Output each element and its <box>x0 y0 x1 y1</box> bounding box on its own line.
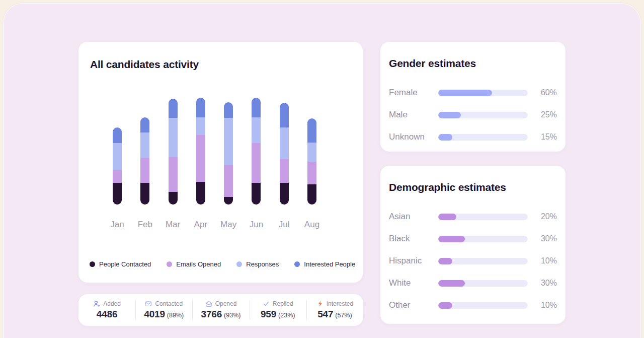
bar-segment-emails-opened <box>280 159 289 183</box>
gender-card-title: Gender estimates <box>389 57 557 70</box>
stat-contacted: Contacted4019(89%) <box>135 294 192 326</box>
legend-label-responses: Responses <box>246 260 279 268</box>
gender-rows: Female60%Male25%Unknown15% <box>389 82 557 148</box>
bar-segment-interested-people <box>140 117 149 132</box>
mail-icon <box>145 300 152 307</box>
legend-dot-responses <box>236 261 242 267</box>
bar-segment-responses <box>196 117 205 135</box>
bar-segment-emails-opened <box>252 143 261 183</box>
stat-replied: Replied959(23%) <box>250 294 306 326</box>
stat-value-opened: 3766 <box>201 309 222 320</box>
month-label-mar: Mar <box>166 220 180 230</box>
month-cell-mar: Mar <box>169 220 178 230</box>
stat-header-replied: Replied <box>263 300 293 307</box>
bar-segment-interested-people <box>252 98 261 117</box>
month-cell-jun: Jun <box>252 220 261 230</box>
stat-label-opened: Opened <box>215 300 237 307</box>
bar-segment-emails-opened <box>169 157 178 192</box>
progress-track-male <box>438 112 528 118</box>
month-cell-may: May <box>224 220 233 230</box>
bar-segment-responses <box>252 117 261 143</box>
bar-column-feb <box>140 117 149 205</box>
bar-segment-interested-people <box>307 118 316 143</box>
stat-figures-replied: 959(23%) <box>261 309 295 320</box>
bar-segment-responses <box>140 132 149 158</box>
activity-card: All candidates activity JanFebMarAprMayJ… <box>78 42 363 283</box>
bar-column-aug <box>307 118 316 205</box>
month-axis: JanFebMarAprMayJunJulAug <box>113 220 316 230</box>
progress-track-white <box>438 280 528 287</box>
bar-segment-responses <box>307 143 316 162</box>
bar-column-jan <box>113 127 122 205</box>
stat-label-interested: Interested <box>327 300 353 307</box>
progress-value-black: 30% <box>528 234 557 243</box>
progress-fill-male <box>438 112 461 118</box>
month-label-aug: Aug <box>304 220 319 230</box>
bar-segment-people-contacted <box>280 183 289 205</box>
progress-row-asian: Asian20% <box>389 206 557 228</box>
bar-segment-interested-people <box>113 127 122 143</box>
bar-column-jun <box>252 98 261 205</box>
bar-segment-emails-opened <box>113 170 122 183</box>
stat-opened: Opened3766(93%) <box>192 294 249 326</box>
progress-track-black <box>438 236 528 242</box>
stat-figures-opened: 3766(93%) <box>201 309 241 320</box>
progress-fill-white <box>438 280 465 287</box>
progress-value-unknown: 15% <box>528 132 557 142</box>
bar-columns <box>113 98 316 205</box>
bar-segment-people-contacted <box>252 183 261 205</box>
progress-label-male: Male <box>389 110 438 120</box>
demographics-card: Demographic estimates Asian20%Black30%Hi… <box>380 166 566 324</box>
stat-header-contacted: Contacted <box>145 300 183 307</box>
bar-segment-people-contacted <box>113 183 122 205</box>
legend-item-interested-people[interactable]: Interested People <box>294 260 355 268</box>
bar-segment-responses <box>224 118 233 165</box>
stacked-bar-mar <box>169 99 178 205</box>
gender-card: Gender estimates Female60%Male25%Unknown… <box>380 42 566 152</box>
progress-row-other: Other10% <box>389 294 557 316</box>
demographics-rows: Asian20%Black30%Hispanic10%White30%Other… <box>389 206 557 316</box>
progress-fill-black <box>438 236 465 242</box>
stacked-bar-may <box>224 102 233 205</box>
bar-segment-interested-people <box>224 102 233 118</box>
stat-percent-interested: (57%) <box>335 312 352 319</box>
bar-segment-people-contacted <box>169 192 178 205</box>
stacked-bar-jun <box>252 98 261 205</box>
stacked-bar-apr <box>196 98 205 205</box>
activity-card-title: All candidates activity <box>90 58 351 71</box>
legend-dot-interested-people <box>294 261 300 267</box>
stacked-bar-jul <box>280 103 289 205</box>
bar-segment-people-contacted <box>196 182 205 205</box>
chart-legend: People ContactedEmails OpenedResponsesIn… <box>90 260 355 268</box>
progress-fill-female <box>438 90 492 96</box>
demographics-card-title: Demographic estimates <box>389 181 557 194</box>
stats-bar: Added4486Contacted4019(89%)Opened3766(93… <box>78 294 363 326</box>
bar-segment-interested-people <box>169 99 178 118</box>
progress-label-black: Black <box>389 234 438 244</box>
legend-item-responses[interactable]: Responses <box>236 260 279 268</box>
progress-track-hispanic <box>438 258 528 264</box>
stat-label-replied: Replied <box>273 300 293 307</box>
legend-label-interested-people: Interested People <box>304 260 355 268</box>
progress-value-white: 30% <box>528 279 557 288</box>
check-icon <box>263 300 270 307</box>
stat-added: Added4486 <box>78 294 135 326</box>
bar-column-mar <box>169 99 178 205</box>
progress-row-female: Female60% <box>389 82 557 104</box>
progress-row-black: Black30% <box>389 228 557 250</box>
progress-value-male: 25% <box>528 110 557 119</box>
month-label-apr: Apr <box>194 220 207 230</box>
legend-item-emails-opened[interactable]: Emails Opened <box>167 260 221 268</box>
bar-segment-people-contacted <box>140 183 149 205</box>
bar-segment-responses <box>280 127 289 159</box>
progress-track-unknown <box>438 134 528 141</box>
bar-column-apr <box>196 98 205 205</box>
month-cell-aug: Aug <box>307 220 316 230</box>
progress-fill-asian <box>438 214 456 220</box>
spark-icon <box>316 300 324 307</box>
legend-item-people-contacted[interactable]: People Contacted <box>90 260 151 268</box>
stat-value-replied: 959 <box>261 309 276 320</box>
stat-percent-opened: (93%) <box>224 312 240 319</box>
progress-label-unknown: Unknown <box>389 132 438 142</box>
bar-segment-emails-opened <box>307 162 316 184</box>
